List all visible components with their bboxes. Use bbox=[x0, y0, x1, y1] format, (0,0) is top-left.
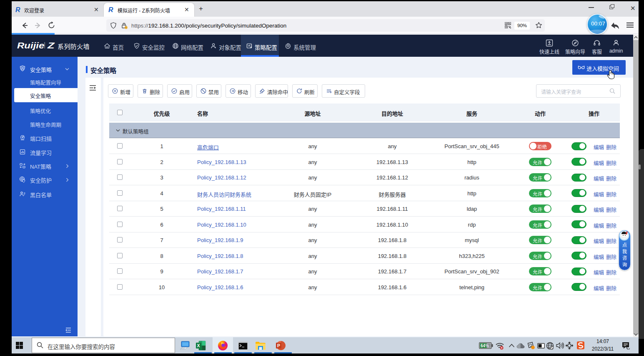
svg-text:R: R bbox=[108, 6, 113, 13]
svg-text:64%: 64% bbox=[481, 343, 489, 348]
svg-text:P: P bbox=[277, 343, 280, 348]
svg-text:X: X bbox=[197, 343, 200, 348]
svg-text:R: R bbox=[15, 6, 20, 13]
